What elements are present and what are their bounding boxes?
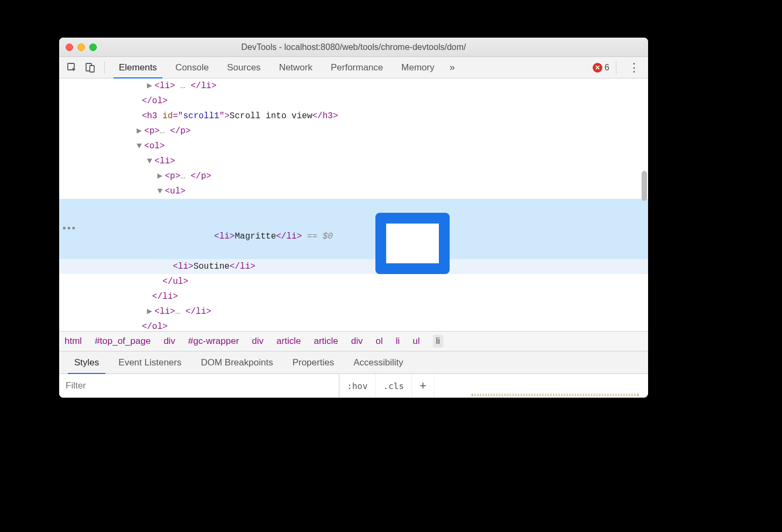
console-reference: == $0 <box>302 232 333 241</box>
cls-toggle-button[interactable]: .cls <box>376 374 413 398</box>
subtab-accessibility[interactable]: Accessibility <box>344 351 413 373</box>
tabbar-separator <box>104 61 105 74</box>
svg-rect-2 <box>90 66 94 72</box>
more-tabs-icon[interactable]: » <box>445 62 459 73</box>
error-count-badge[interactable]: ✕ 6 <box>593 63 609 73</box>
box-model-strip <box>472 394 638 396</box>
devtools-tabbar: Elements Console Sources Network Perform… <box>59 57 648 78</box>
vertical-scrollbar[interactable] <box>642 171 647 201</box>
tab-network[interactable]: Network <box>272 57 320 78</box>
li-text-magritte: Magritte <box>234 232 276 241</box>
crumb-gc-wrapper[interactable]: #gc-wrapper <box>188 336 239 347</box>
crumb-top-of-page[interactable]: #top_of_page <box>95 336 151 347</box>
tab-sources[interactable]: Sources <box>219 57 268 78</box>
crumb-div2[interactable]: div <box>252 336 264 347</box>
subtab-properties[interactable]: Properties <box>283 351 344 373</box>
subtab-dom-breakpoints[interactable]: DOM Breakpoints <box>191 351 282 373</box>
error-count: 6 <box>605 63 609 73</box>
overlay-highlight-box <box>375 213 450 274</box>
crumb-article2[interactable]: article <box>314 336 338 347</box>
hovered-dom-node[interactable]: <li>Soutine</li> <box>59 259 648 274</box>
crumb-html[interactable]: html <box>65 336 82 347</box>
attr-value: scroll1 <box>183 111 219 121</box>
h3-text: Scroll into view <box>230 111 312 121</box>
sidebar-panel-tabs: Styles Event Listeners DOM Breakpoints P… <box>59 351 648 374</box>
hov-toggle-button[interactable]: :hov <box>339 374 376 398</box>
tab-memory[interactable]: Memory <box>394 57 442 78</box>
window-titlebar: DevTools - localhost:8080/web/tools/chro… <box>59 38 648 57</box>
crumb-article[interactable]: article <box>276 336 301 347</box>
tab-elements[interactable]: Elements <box>111 57 165 78</box>
tab-console[interactable]: Console <box>168 57 216 78</box>
crumb-div[interactable]: div <box>163 336 175 347</box>
crumb-div3[interactable]: div <box>351 336 363 347</box>
error-icon: ✕ <box>593 63 602 73</box>
collapsed-ellipsis: … <box>160 126 170 136</box>
crumb-li[interactable]: li <box>396 336 400 347</box>
window-title: DevTools - localhost:8080/web/tools/chro… <box>59 42 648 52</box>
crumb-li-selected[interactable]: li <box>433 335 444 348</box>
device-toolbar-icon[interactable] <box>83 60 98 75</box>
subtab-styles[interactable]: Styles <box>65 351 109 373</box>
devtools-window: DevTools - localhost:8080/web/tools/chro… <box>59 38 648 398</box>
tab-performance[interactable]: Performance <box>323 57 390 78</box>
inspect-element-icon[interactable] <box>65 60 80 75</box>
crumb-ol[interactable]: ol <box>376 336 383 347</box>
gutter-ellipsis-icon[interactable]: ••• <box>61 199 75 259</box>
crumb-ul[interactable]: ul <box>413 336 420 347</box>
selected-dom-node[interactable]: ••• <li>Magritte</li> == $0 <box>59 199 648 259</box>
li-text-soutine: Soutine <box>194 262 230 271</box>
styles-filter-input[interactable] <box>59 374 339 398</box>
subtab-event-listeners[interactable]: Event Listeners <box>109 351 191 373</box>
dom-breadcrumb: html #top_of_page div #gc-wrapper div ar… <box>59 331 648 351</box>
styles-toolbar: :hov .cls + <box>59 374 648 398</box>
kebab-menu-icon[interactable]: ⋮ <box>623 61 643 75</box>
elements-dom-tree[interactable]: ▶<li> … </li> </ol> <h3 id="scroll1">Scr… <box>59 78 648 331</box>
collapsed-ellipsis: … <box>175 307 186 317</box>
collapsed-ellipsis: … <box>180 171 190 181</box>
new-style-rule-button[interactable]: + <box>412 374 435 398</box>
tabbar-separator-right <box>616 61 616 74</box>
